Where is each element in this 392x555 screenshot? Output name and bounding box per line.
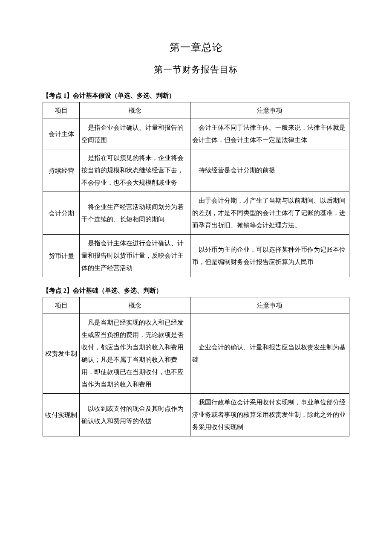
cell-note: 企业会计的确认、计量和报告应当以权责发生制为基础 (190, 314, 349, 394)
table-row: 货币计量 是指会计主体在进行会计确认、计量和报告时以货币计量，反映会计主体的生产… (43, 235, 349, 277)
header-item: 项目 (43, 102, 80, 119)
cell-concept: 以收到或支付的现金及其时点作为确认收入和费用等的依据 (80, 394, 190, 436)
cell-note: 由于会计分期，才产生了当期与以前期间、以后期间的差别，才是不同类型的会计主体有了… (190, 192, 349, 235)
table-row: 持续经营 是指在可以预见的将来，企业将会按当前的规模和状态继续经营下去，不会停业… (43, 149, 349, 192)
point1-label: 【考点 1】会计基本假设（单选、多选、判断） (43, 90, 349, 101)
section-title: 第一节财务报告目标 (43, 62, 349, 78)
table-header-row: 项目 概念 注意事项 (43, 297, 349, 314)
table-row: 会计分期 将企业生产经营活动期间划分为若干个连续的、长短相同的期间 由于会计分期… (43, 192, 349, 235)
cell-note: 会计主体不同于法律主体。一般来说，法律主体就是会计主体，但会计主体不一定是法律主… (190, 119, 349, 149)
cell-item: 会计主体 (43, 119, 80, 149)
header-concept: 概念 (80, 102, 190, 119)
cell-concept: 是指企业会计确认、计量和报告的空间范围 (80, 119, 190, 149)
header-note: 注意事项 (190, 102, 349, 119)
table-row: 权责发生制 凡是当期已经实现的收入和已经发生或应当负担的费用，无论款项是否收付，… (43, 314, 349, 394)
point2-label: 【考点 2】会计基础（单选、多选、判断） (43, 285, 349, 296)
header-concept: 概念 (80, 297, 190, 314)
cell-concept: 将企业生产经营活动期间划分为若干个连续的、长短相同的期间 (80, 192, 190, 235)
cell-item: 收付实现制 (43, 394, 80, 436)
table-row: 会计主体 是指企业会计确认、计量和报告的空间范围 会计主体不同于法律主体。一般来… (43, 119, 349, 149)
table-row: 收付实现制 以收到或支付的现金及其时点作为确认收入和费用等的依据 我国行政单位会… (43, 394, 349, 436)
point1-table: 项目 概念 注意事项 会计主体 是指企业会计确认、计量和报告的空间范围 会计主体… (43, 102, 349, 277)
cell-concept: 是指在可以预见的将来，企业将会按当前的规模和状态继续经营下去，不会停业，也不会大… (80, 149, 190, 192)
cell-item: 货币计量 (43, 235, 80, 277)
cell-item: 权责发生制 (43, 314, 80, 394)
cell-item: 会计分期 (43, 192, 80, 235)
table-header-row: 项目 概念 注意事项 (43, 102, 349, 119)
cell-note: 我国行政单位会计采用收付实现制，事业单位部分经济业务或者事项的核算采用权责发生制… (190, 394, 349, 436)
cell-concept: 凡是当期已经实现的收入和已经发生或应当负担的费用，无论款项是否收付，都应当作为当… (80, 314, 190, 394)
point2-table: 项目 概念 注意事项 权责发生制 凡是当期已经实现的收入和已经发生或应当负担的费… (43, 297, 349, 436)
header-note: 注意事项 (190, 297, 349, 314)
cell-concept: 是指会计主体在进行会计确认、计量和报告时以货币计量，反映会计主体的生产经营活动 (80, 235, 190, 277)
chapter-title: 第一章总论 (43, 38, 349, 57)
cell-item: 持续经营 (43, 149, 80, 192)
cell-note: 持续经营是会计分期的前提 (190, 149, 349, 192)
cell-note: 以外币为主的企业，可以选择某种外币作为记账本位币，但是编制财务会计报告应折算为人… (190, 235, 349, 277)
header-item: 项目 (43, 297, 80, 314)
